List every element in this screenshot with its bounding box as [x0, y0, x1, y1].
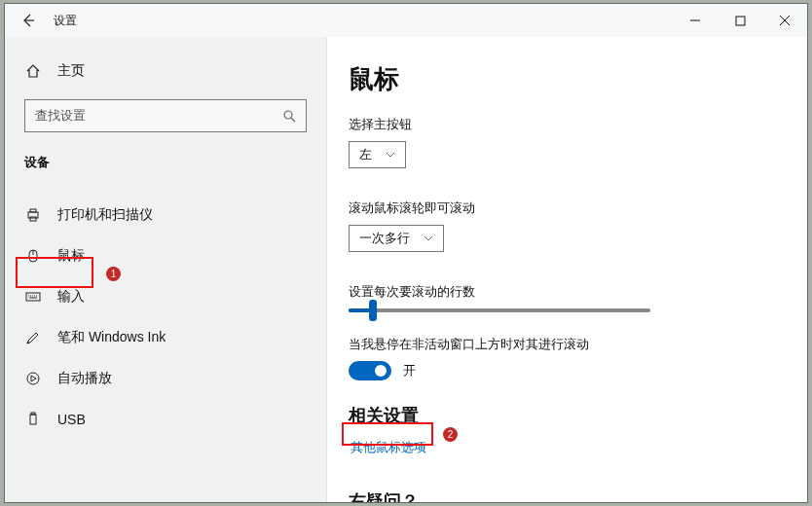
sidebar-item-label: USB [57, 412, 86, 427]
maximize-icon [735, 16, 746, 26]
svg-point-1 [284, 111, 292, 119]
svg-rect-9 [31, 413, 35, 415]
mouse-icon [24, 247, 42, 265]
chevron-down-icon [386, 150, 395, 160]
search-placeholder: 查找设置 [35, 107, 282, 125]
sidebar-item-pen[interactable]: 笔和 Windows Ink [5, 317, 326, 358]
home-icon [24, 62, 42, 80]
primary-button-label: 选择主按钮 [349, 116, 780, 133]
pen-icon [24, 329, 42, 346]
sidebar-nav-list: 打印机和扫描仪 鼠标 输入 [5, 195, 326, 440]
inactive-scroll-label: 当我悬停在非活动窗口上方时对其进行滚动 [349, 336, 780, 353]
scroll-wheel-select[interactable]: 一次多行 [349, 225, 444, 252]
keyboard-icon [24, 288, 42, 306]
printer-icon [24, 206, 42, 224]
sidebar-item-label: 打印机和扫描仪 [57, 206, 153, 224]
sidebar-section-devices: 设备 [5, 146, 326, 181]
sidebar: 主页 查找设置 设备 打印机和扫描仪 [5, 37, 327, 502]
sidebar-item-typing[interactable]: 输入 [5, 276, 326, 317]
scroll-wheel-label: 滚动鼠标滚轮即可滚动 [349, 199, 780, 217]
svg-rect-0 [736, 17, 745, 25]
svg-rect-6 [26, 293, 40, 301]
autoplay-icon [24, 370, 42, 387]
chevron-down-icon [424, 234, 433, 243]
maximize-button[interactable] [718, 4, 762, 37]
select-value: 一次多行 [359, 230, 410, 247]
annotation-marker-1: 1 [106, 267, 121, 281]
sidebar-item-label: 笔和 Windows Ink [57, 329, 166, 346]
page-title: 鼠标 [349, 62, 780, 96]
window-title: 设置 [54, 13, 77, 29]
close-icon [779, 15, 791, 26]
toggle-state: 开 [403, 362, 416, 380]
svg-point-7 [27, 373, 39, 384]
svg-rect-8 [30, 415, 36, 424]
sidebar-item-autoplay[interactable]: 自动播放 [5, 358, 326, 399]
sidebar-item-mouse[interactable]: 鼠标 [5, 235, 326, 276]
settings-window: 设置 主页 查找设置 [4, 3, 808, 503]
minimize-icon [689, 15, 701, 26]
sidebar-item-label: 鼠标 [57, 247, 85, 265]
primary-button-select[interactable]: 左 [349, 141, 406, 168]
sidebar-item-label: 自动播放 [57, 370, 112, 387]
footer-partial: 右疑问？ [349, 489, 780, 502]
home-label: 主页 [57, 62, 85, 80]
sidebar-item-usb[interactable]: USB [5, 399, 326, 440]
lines-slider[interactable] [349, 308, 650, 312]
slider-track [349, 308, 650, 312]
search-icon [282, 109, 296, 123]
usb-icon [24, 411, 42, 428]
close-button[interactable] [762, 4, 807, 37]
arrow-left-icon [21, 14, 35, 27]
content-pane: 鼠标 选择主按钮 左 滚动鼠标滚轮即可滚动 一次多行 设置每次要滚动的行数 [327, 37, 807, 502]
sidebar-item-label: 输入 [57, 288, 85, 306]
extra-mouse-options-link[interactable]: 其他鼠标选项 [349, 435, 428, 460]
search-input[interactable]: 查找设置 [24, 99, 307, 132]
select-value: 左 [359, 146, 372, 163]
related-settings-title: 相关设置 [349, 404, 780, 427]
inactive-scroll-toggle[interactable] [349, 361, 391, 380]
lines-label: 设置每次要滚动的行数 [349, 283, 780, 301]
minimize-button[interactable] [673, 4, 718, 37]
slider-thumb[interactable] [369, 300, 377, 321]
toggle-knob [375, 365, 387, 377]
svg-rect-3 [30, 209, 36, 212]
sidebar-item-printers[interactable]: 打印机和扫描仪 [5, 195, 326, 235]
annotation-marker-2: 2 [443, 427, 458, 442]
titlebar: 设置 [5, 4, 807, 37]
home-nav[interactable]: 主页 [5, 56, 326, 86]
back-button[interactable] [20, 13, 36, 28]
